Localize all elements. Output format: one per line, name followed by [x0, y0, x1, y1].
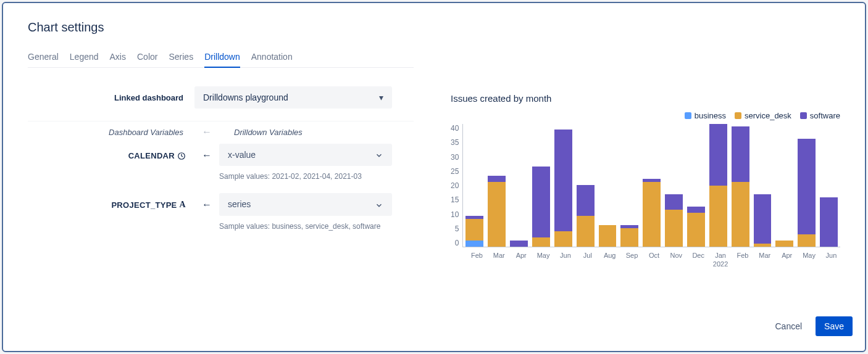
y-tick: 15	[451, 196, 459, 204]
x-tick: Jan2022	[712, 251, 730, 269]
chart-title: Issues created by month	[451, 93, 840, 104]
y-tick: 35	[451, 138, 459, 147]
arrow-left-icon: ←	[194, 193, 219, 216]
linked-dashboard-row: Linked dashboard Drilldowns playground ▾	[28, 80, 414, 121]
chevron-down-icon	[375, 199, 383, 209]
bar-segment-software	[754, 194, 772, 244]
bar-column[interactable]	[465, 124, 483, 247]
tab-axis[interactable]: Axis	[110, 52, 126, 68]
bar-column[interactable]	[620, 124, 638, 247]
x-tick: Aug	[601, 251, 619, 269]
legend-label: service_desk	[745, 111, 791, 120]
dashboard-variables-header: Dashboard Variables	[28, 128, 194, 137]
x-tick: Feb	[734, 251, 752, 269]
bar-segment-service_desk	[798, 234, 816, 247]
bar-segment-software	[532, 167, 550, 237]
text-type-icon: A	[180, 200, 186, 210]
legend-label: software	[810, 111, 840, 120]
modal-body: Chart settings GeneralLegendAxisColorSer…	[3, 3, 865, 307]
bar-column[interactable]	[577, 124, 595, 247]
x-tick: Mar	[490, 251, 508, 269]
x-tick: Apr	[778, 251, 796, 269]
bar-segment-service_desk	[665, 210, 683, 247]
legend-swatch	[735, 112, 741, 119]
tab-color[interactable]: Color	[137, 52, 157, 68]
sample-values: Sample values: business, service_desk, s…	[219, 221, 392, 232]
tab-bar: GeneralLegendAxisColorSeriesDrilldownAnn…	[28, 52, 414, 68]
legend-swatch	[685, 112, 691, 119]
y-tick: 10	[451, 210, 459, 219]
bar-column[interactable]	[754, 124, 772, 247]
variable-headers-row: Dashboard Variables ← Drilldown Variable…	[28, 121, 414, 144]
bar-segment-service_desk	[532, 237, 550, 247]
x-tick: May	[535, 251, 553, 269]
bar-column[interactable]	[732, 124, 749, 247]
settings-left-pane: Chart settings GeneralLegendAxisColorSer…	[28, 20, 414, 307]
tab-series[interactable]: Series	[169, 52, 193, 68]
drilldown-variable-select[interactable]: x-value	[219, 144, 392, 166]
bar-column[interactable]	[820, 124, 838, 247]
drilldown-variable-select[interactable]: series	[219, 193, 392, 215]
bar-segment-service_desk	[620, 228, 638, 247]
bar-segment-service_desk	[465, 219, 483, 241]
chart-x-axis: FebMarAprMayJunJulAugSepOctNovDecJan2022…	[451, 251, 840, 269]
bar-segment-software	[577, 185, 595, 216]
variable-row-calendar: CALENDAR←x-valueSample values: 2021-02, …	[28, 144, 414, 182]
bar-column[interactable]	[775, 124, 793, 247]
tab-legend[interactable]: Legend	[70, 52, 99, 68]
tab-general[interactable]: General	[28, 52, 59, 68]
bar-column[interactable]	[554, 124, 572, 247]
chevron-down-icon	[375, 150, 383, 160]
bar-column[interactable]	[532, 124, 550, 247]
modal-footer: Cancel Save	[3, 307, 865, 351]
bar-segment-service_desk	[599, 225, 617, 247]
x-tick: Oct	[645, 251, 663, 269]
cancel-button[interactable]: Cancel	[766, 316, 811, 336]
tab-annotation[interactable]: Annotation	[251, 52, 293, 68]
caret-down-icon: ▾	[379, 93, 383, 102]
variable-label: PROJECT_TYPEA	[28, 193, 194, 216]
legend-item-service_desk[interactable]: service_desk	[735, 111, 791, 120]
x-tick: Jul	[578, 251, 596, 269]
variable-control: seriesSample values: business, service_d…	[219, 193, 392, 231]
bar-segment-business	[465, 241, 483, 247]
drilldown-variables-header: Drilldown Variables	[219, 128, 303, 137]
bar-column[interactable]	[510, 124, 528, 247]
save-button[interactable]: Save	[816, 316, 853, 336]
legend-item-business[interactable]: business	[685, 111, 726, 120]
y-tick: 25	[451, 167, 459, 176]
x-tick: Jun	[822, 251, 840, 269]
legend-label: business	[695, 111, 726, 120]
bar-column[interactable]	[599, 124, 617, 247]
bar-column[interactable]	[687, 124, 705, 247]
bar-segment-software	[554, 130, 572, 231]
bar-column[interactable]	[709, 124, 727, 247]
bar-column[interactable]	[798, 124, 816, 247]
x-tick: Feb	[468, 251, 486, 269]
bar-segment-service_desk	[687, 213, 705, 247]
clock-icon	[177, 150, 186, 160]
y-tick: 40	[451, 124, 459, 133]
bar-segment-software	[665, 194, 683, 210]
bar-segment-software	[820, 197, 838, 247]
y-tick: 20	[451, 181, 459, 190]
bar-column[interactable]	[488, 124, 506, 247]
sample-values: Sample values: 2021-02, 2021-04, 2021-03	[219, 171, 392, 182]
bar-segment-service_desk	[488, 182, 506, 247]
linked-dashboard-value: Drilldowns playground	[203, 93, 288, 102]
bar-segment-service_desk	[577, 216, 595, 247]
bar-column[interactable]	[643, 124, 661, 247]
x-tick: Mar	[756, 251, 774, 269]
arrow-left-icon: ←	[194, 144, 219, 167]
legend-item-software[interactable]: software	[800, 111, 840, 120]
tab-drilldown[interactable]: Drilldown	[204, 52, 240, 68]
bar-column[interactable]	[665, 124, 683, 247]
linked-dashboard-select[interactable]: Drilldowns playground ▾	[194, 86, 392, 109]
variable-label: CALENDAR	[28, 144, 194, 167]
x-tick: Jun	[557, 251, 575, 269]
x-tick: Nov	[667, 251, 685, 269]
y-tick: 30	[451, 153, 459, 162]
bar-segment-service_desk	[732, 182, 749, 247]
bar-segment-software	[488, 176, 506, 182]
y-tick: 0	[455, 239, 459, 247]
